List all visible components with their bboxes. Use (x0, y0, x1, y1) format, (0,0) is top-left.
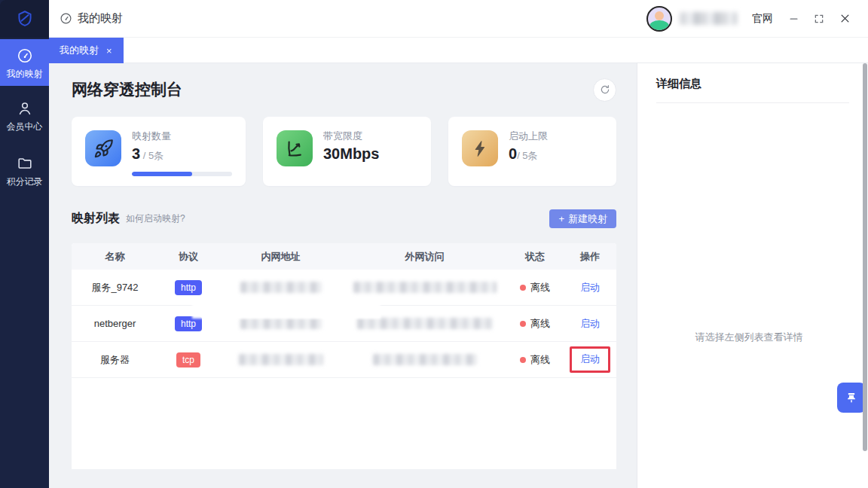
new-mapping-button[interactable]: + 新建映射 (549, 209, 616, 228)
internal-address-censored (240, 318, 322, 329)
avatar[interactable] (646, 6, 672, 32)
mapping-table: 名称 协议 内网地址 外网访问 状态 操作 服务_9742 http 离线 启动… (72, 243, 616, 469)
start-action-link[interactable]: 启动 (580, 281, 600, 294)
protocol-badge: http (175, 280, 202, 295)
column-header: 协议 (158, 250, 219, 264)
close-button[interactable] (832, 6, 857, 32)
folder-icon (17, 155, 33, 172)
main-content: 网络穿透控制台 映射数量 3 / 5条 (49, 63, 637, 488)
official-site-link[interactable]: 官网 (752, 12, 773, 26)
column-header: 内网地址 (219, 250, 343, 264)
external-address-censored (357, 318, 493, 329)
highlight-annotation-box: 启动 (570, 346, 610, 373)
detail-panel: 详细信息 请选择左侧列表查看详情 (637, 63, 868, 488)
user-icon (17, 100, 33, 117)
sidebar-item-my-mappings[interactable]: 我的映射 (0, 39, 49, 86)
stat-label: 带宽限度 (323, 130, 417, 143)
status-dot (520, 321, 526, 327)
sidebar-item-points-log[interactable]: 积分记录 (0, 147, 49, 196)
stat-card-bandwidth: 带宽限度 30Mbps (263, 117, 431, 186)
scrollbar-thumb[interactable] (863, 63, 867, 451)
maximize-button[interactable] (806, 6, 832, 32)
stat-value: 3 / 5条 (132, 145, 232, 164)
tab-close-icon[interactable]: × (106, 45, 112, 56)
column-header: 状态 (506, 250, 564, 264)
stat-card-mapping-count: 映射数量 3 / 5条 (72, 117, 246, 186)
column-header: 名称 (72, 250, 158, 264)
protocol-badge: tcp (176, 352, 200, 368)
divider (656, 102, 849, 103)
page-title: 网络穿透控制台 (72, 79, 182, 100)
how-to-start-link[interactable]: 如何启动映射? (126, 212, 185, 225)
mapping-name: 服务器 (72, 353, 158, 367)
stat-value: 0/ 5条 (509, 145, 603, 164)
stat-label: 启动上限 (509, 130, 603, 143)
pin-button[interactable] (837, 383, 866, 413)
start-action-link[interactable]: 启动 (580, 353, 600, 364)
table-row[interactable]: 服务器 tcp 离线 启动 (72, 342, 616, 378)
pushpin-icon (845, 391, 858, 404)
sidebar-item-member-center[interactable]: 会员中心 (0, 92, 49, 141)
external-address-censored (373, 354, 477, 365)
rocket-icon (85, 130, 121, 166)
sidebar-item-label: 我的映射 (7, 68, 43, 81)
username-censored (680, 12, 737, 25)
refresh-button[interactable] (593, 78, 616, 102)
tab-bar: 我的映射 × (49, 38, 868, 63)
stat-value: 30Mbps (323, 145, 417, 162)
sidebar-item-label: 会员中心 (7, 120, 43, 133)
topbar-title-text: 我的映射 (78, 11, 123, 26)
status-text: 离线 (530, 317, 550, 331)
shield-icon (15, 9, 35, 29)
topbar-title: 我的映射 (60, 11, 123, 26)
tab-label: 我的映射 (60, 44, 99, 57)
status-dot (520, 285, 526, 291)
tab-my-mappings[interactable]: 我的映射 × (49, 38, 124, 63)
mapping-name: netberger (72, 318, 158, 329)
gauge-icon (60, 12, 72, 25)
bolt-icon (462, 130, 498, 166)
status-text: 离线 (530, 281, 550, 294)
detail-panel-title: 详细信息 (656, 77, 849, 91)
stat-label: 映射数量 (132, 130, 232, 143)
detail-empty-hint: 请选择左侧列表查看详情 (637, 331, 860, 344)
gauge-icon (17, 47, 33, 64)
table-header-row: 名称 协议 内网地址 外网访问 状态 操作 (72, 243, 616, 270)
status-dot (520, 357, 526, 363)
plus-icon: + (558, 213, 564, 224)
sidebar: 我的映射 会员中心 积分记录 (0, 0, 49, 488)
column-header: 操作 (564, 250, 616, 264)
censor-patch (192, 299, 381, 319)
list-title: 映射列表 (72, 211, 120, 227)
trend-icon (277, 130, 313, 166)
mapping-progress-bar (132, 172, 232, 176)
status-text: 离线 (530, 353, 550, 367)
internal-address-censored (239, 354, 323, 365)
stat-card-start-limit: 启动上限 0/ 5条 (448, 117, 616, 186)
app-logo (0, 0, 49, 38)
topbar: 我的映射 官网 (49, 0, 868, 38)
external-address-censored (353, 282, 497, 293)
start-action-link[interactable]: 启动 (580, 317, 600, 331)
column-header: 外网访问 (343, 250, 506, 264)
internal-address-censored (240, 282, 322, 293)
minimize-button[interactable] (781, 6, 806, 32)
mapping-name: 服务_9742 (72, 281, 158, 294)
sidebar-item-label: 积分记录 (7, 175, 43, 188)
